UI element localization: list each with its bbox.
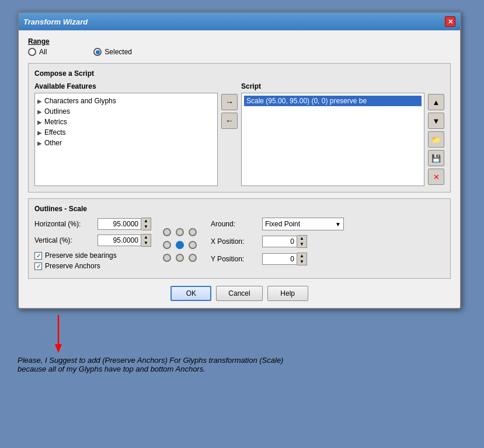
range-all-option[interactable]: All <box>28 48 47 56</box>
annotation-line2: because all of my Glyphs have top and bo… <box>18 365 206 373</box>
side-buttons: ▲ ▼ 📁 💾 ✕ <box>428 82 444 185</box>
outlines-body: Horizontal (%): 95.0000 ▲ ▼ Vertical (%)… <box>34 218 444 272</box>
close-button[interactable]: ✕ <box>445 16 455 27</box>
cancel-button[interactable]: Cancel <box>216 286 262 301</box>
tree-arrow-icon: ▶ <box>37 108 42 115</box>
preserve-bearings-label: Preserve side bearings <box>45 251 117 260</box>
compose-title: Compose a Script <box>34 69 444 78</box>
dot-middle-left[interactable] <box>163 241 171 249</box>
svg-marker-1 <box>55 344 62 353</box>
outlines-scale-section: Outlines - Scale Horizontal (%): 95.0000… <box>28 198 451 279</box>
y-increment[interactable]: ▲ <box>297 253 307 259</box>
around-dropdown[interactable]: Fixed Point ▼ <box>262 218 344 230</box>
move-down-button[interactable]: ▼ <box>428 113 444 129</box>
range-selected-label: Selected <box>105 48 132 56</box>
vertical-spinbox[interactable]: 95.0000 ▲ ▼ <box>98 234 151 247</box>
script-item[interactable]: Scale (95.00, 95.00) (0, 0) preserve be <box>244 96 422 106</box>
preserve-bearings-checkbox[interactable] <box>34 252 42 260</box>
script-list: Scale (95.00, 95.00) (0, 0) preserve be <box>241 93 424 186</box>
dot-top-left[interactable] <box>163 228 171 236</box>
features-label: Available Features <box>34 82 218 90</box>
horizontal-increment[interactable]: ▲ <box>141 218 151 224</box>
preserve-bearings-row[interactable]: Preserve side bearings <box>34 251 151 260</box>
around-grid-label <box>163 218 199 226</box>
range-row: All Selected <box>28 48 451 56</box>
help-button[interactable]: Help <box>267 286 308 301</box>
dialog-wrapper: Transform Wizard ✕ Range All Selected Co… <box>18 12 461 373</box>
range-all-radio[interactable] <box>28 48 36 56</box>
feature-item-label: Characters and Glyphs <box>44 97 116 105</box>
x-position-input[interactable]: 0 <box>262 236 297 247</box>
dot-top-center[interactable] <box>176 228 184 236</box>
y-spin-arrows: ▲ ▼ <box>297 253 307 265</box>
vertical-decrement[interactable]: ▼ <box>141 240 151 246</box>
horizontal-spinbox[interactable]: 95.0000 ▲ ▼ <box>98 218 151 230</box>
tree-arrow-icon: ▶ <box>37 98 42 104</box>
list-item[interactable]: ▶ Effects <box>37 127 215 138</box>
list-item[interactable]: ▶ Other <box>37 138 215 148</box>
horizontal-input[interactable]: 95.0000 <box>98 218 141 230</box>
horizontal-spin-arrows: ▲ ▼ <box>141 218 151 230</box>
vertical-spin-arrows: ▲ ▼ <box>141 234 151 247</box>
y-position-row: Y Position: 0 ▲ ▼ <box>211 253 444 265</box>
script-col: Script Scale (95.00, 95.00) (0, 0) prese… <box>241 82 424 186</box>
checkboxes: Preserve side bearings Preserve Anchors <box>34 251 151 270</box>
open-button[interactable]: 📁 <box>428 131 444 148</box>
bottom-buttons: OK Cancel Help <box>28 286 451 301</box>
tree-arrow-icon: ▶ <box>37 130 42 136</box>
y-position-label: Y Position: <box>211 255 257 263</box>
right-params: Around: Fixed Point ▼ X Position: 0 <box>211 218 444 270</box>
horizontal-decrement[interactable]: ▼ <box>141 224 151 230</box>
list-item[interactable]: ▶ Characters and Glyphs <box>37 96 215 106</box>
features-list: ▶ Characters and Glyphs ▶ Outlines ▶ Met… <box>34 93 218 186</box>
ok-button[interactable]: OK <box>170 286 211 301</box>
vertical-input[interactable]: 95.0000 <box>98 235 141 246</box>
compose-script-section: Compose a Script Available Features ▶ Ch… <box>28 63 451 192</box>
dropdown-arrow-icon: ▼ <box>335 221 341 228</box>
feature-item-label: Effects <box>44 128 65 136</box>
tree-arrow-icon: ▶ <box>37 140 42 146</box>
delete-script-button[interactable]: ✕ <box>428 169 444 185</box>
x-increment[interactable]: ▲ <box>297 236 307 242</box>
dot-middle-right[interactable] <box>189 241 197 249</box>
preserve-anchors-row[interactable]: Preserve Anchors <box>34 262 151 270</box>
dot-bottom-right[interactable] <box>189 254 197 262</box>
save-script-button[interactable]: 💾 <box>428 150 444 166</box>
range-label: Range <box>28 37 451 46</box>
dialog-body: Range All Selected Compose a Script Avai… <box>19 30 460 308</box>
y-decrement[interactable]: ▼ <box>297 259 307 265</box>
x-decrement[interactable]: ▼ <box>297 242 307 247</box>
range-selected-option[interactable]: Selected <box>93 48 132 56</box>
feature-item-label: Metrics <box>44 118 67 126</box>
red-arrow-svg <box>41 315 99 356</box>
available-features-col: Available Features ▶ Characters and Glyp… <box>34 82 218 186</box>
tree-arrow-icon: ▶ <box>37 119 42 125</box>
dot-grid <box>163 228 199 264</box>
preserve-anchors-checkbox[interactable] <box>34 262 42 270</box>
script-label: Script <box>241 82 424 90</box>
dialog-titlebar: Transform Wizard ✕ <box>19 13 460 30</box>
around-row: Around: Fixed Point ▼ <box>211 218 444 230</box>
dot-top-right[interactable] <box>189 228 197 236</box>
x-position-label: X Position: <box>211 237 257 246</box>
dialog-title: Transform Wizard <box>23 18 88 26</box>
list-item[interactable]: ▶ Metrics <box>37 117 215 127</box>
horizontal-row: Horizontal (%): 95.0000 ▲ ▼ <box>34 218 151 230</box>
preserve-anchors-label: Preserve Anchors <box>45 262 100 270</box>
add-to-script-button[interactable]: → <box>221 94 238 110</box>
left-params: Horizontal (%): 95.0000 ▲ ▼ Vertical (%)… <box>34 218 151 272</box>
dot-middle-center[interactable] <box>176 241 184 249</box>
range-selected-radio[interactable] <box>93 48 102 56</box>
outlines-title: Outlines - Scale <box>34 205 444 213</box>
y-position-input[interactable]: 0 <box>262 253 297 265</box>
remove-from-script-button[interactable]: ← <box>221 113 238 129</box>
dot-bottom-left[interactable] <box>163 254 171 262</box>
horizontal-label: Horizontal (%): <box>34 220 93 228</box>
y-position-spinbox[interactable]: 0 ▲ ▼ <box>262 253 307 265</box>
vertical-increment[interactable]: ▲ <box>141 235 151 240</box>
dot-bottom-center[interactable] <box>176 254 184 262</box>
x-position-spinbox[interactable]: 0 ▲ ▼ <box>262 235 307 248</box>
transform-wizard-dialog: Transform Wizard ✕ Range All Selected Co… <box>18 12 461 309</box>
list-item[interactable]: ▶ Outlines <box>37 106 215 117</box>
move-up-button[interactable]: ▲ <box>428 94 444 110</box>
